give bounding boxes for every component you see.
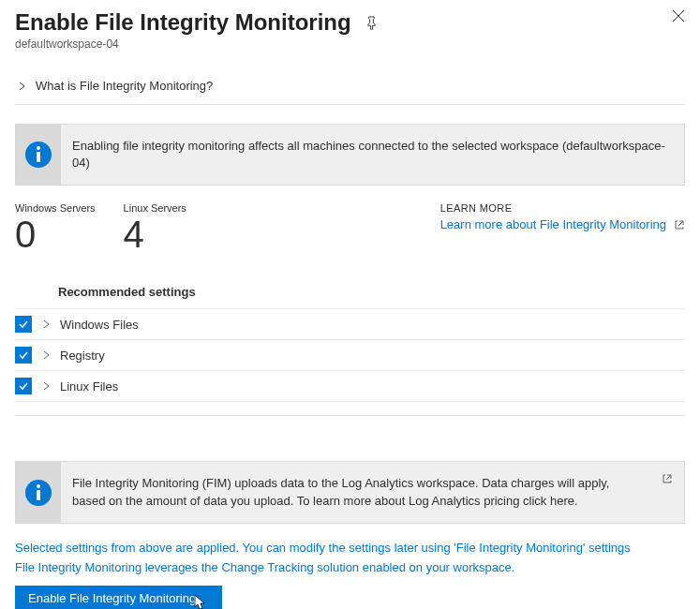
setting-row-linux-files: Linux Files [15,371,685,402]
info-banner-pricing: File Integrity Monitoring (FIM) uploads … [15,461,685,523]
page-title: Enable File Integrity Monitoring [15,9,351,36]
info-icon [16,125,61,185]
learn-more-section: LEARN MORE Learn more about File Integri… [440,202,685,253]
setting-label: Registry [60,349,105,363]
checkbox-checked[interactable] [15,378,32,394]
setting-row-windows-files: Windows Files [15,309,685,340]
stat-label: Linux Servers [124,202,186,214]
enable-fim-button[interactable]: Enable File Integrity Monitoring [15,586,222,609]
what-is-fim-expander[interactable]: What is File Integrity Monitoring? [15,69,685,105]
checkbox-checked[interactable] [15,347,32,364]
workspace-subtitle: defaultworkspace-04 [15,37,685,51]
info-text: Enabling file integrity monitoring affec… [61,125,684,185]
external-link-icon [674,219,685,230]
stat-value: 4 [124,215,186,253]
learn-more-header: LEARN MORE [440,202,685,214]
setting-label: Linux Files [60,379,118,394]
close-icon[interactable] [672,9,685,22]
chevron-right-icon[interactable] [41,319,51,329]
settings-list: Windows Files Registry Linux Files [15,308,685,402]
svg-point-6 [37,484,40,488]
learn-more-link[interactable]: Learn more about File Integrity Monitori… [440,217,685,231]
pin-icon[interactable] [365,16,379,30]
settings-note[interactable]: Selected settings from above are applied… [15,541,685,555]
svg-point-3 [37,146,40,150]
chevron-right-icon [15,82,28,91]
recommended-header: Recommended settings [58,285,685,299]
stat-value: 0 [15,215,96,253]
header-bar: Enable File Integrity Monitoring [15,9,685,36]
chevron-right-icon[interactable] [41,350,51,360]
chevron-right-icon[interactable] [41,381,51,391]
stat-linux: Linux Servers 4 [124,202,186,253]
svg-rect-7 [37,490,40,500]
info-banner-scope: Enabling file integrity monitoring affec… [15,124,685,186]
stat-windows: Windows Servers 0 [15,202,96,253]
info-text: File Integrity Monitoring (FIM) uploads … [61,462,650,522]
svg-rect-4 [37,152,40,162]
setting-label: Windows Files [60,318,139,332]
change-tracking-note[interactable]: File Integrity Monitoring leverages the … [15,560,685,574]
section-divider [15,415,685,416]
info-icon [16,462,61,522]
recommended-settings-section: Recommended settings [58,285,685,299]
setting-row-registry: Registry [15,340,685,371]
learn-more-text: Learn more about File Integrity Monitori… [440,217,666,231]
expander-label: What is File Integrity Monitoring? [36,79,213,93]
stats-row: Windows Servers 0 Linux Servers 4 LEARN … [15,202,685,253]
stat-label: Windows Servers [15,202,96,214]
button-label: Enable File Integrity Monitoring [28,591,196,605]
external-link-icon[interactable] [650,462,684,522]
cursor-pointer-icon [192,593,209,609]
checkbox-checked[interactable] [15,316,32,333]
